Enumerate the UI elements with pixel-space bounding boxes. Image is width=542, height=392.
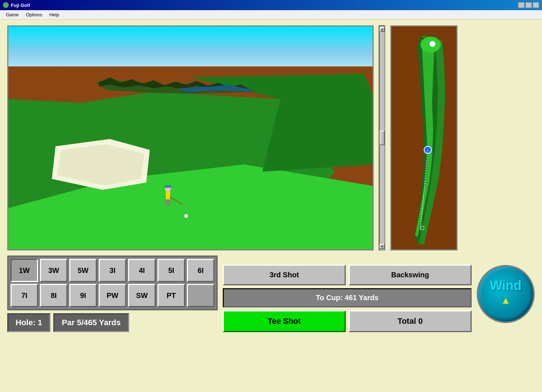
- club-sw[interactable]: SW: [128, 284, 156, 307]
- club-1w[interactable]: 1W: [11, 259, 38, 282]
- third-shot-button[interactable]: 3rd Shot: [223, 265, 346, 285]
- club-row-1: 1W 3W 5W 3I 4I 5I 6I: [11, 259, 214, 282]
- club-5i[interactable]: 5I: [157, 259, 185, 282]
- menu-game[interactable]: Game: [2, 11, 22, 19]
- wind-arrow-icon: ▲: [501, 295, 511, 306]
- hole-info-box: Hole: 1: [7, 313, 50, 332]
- game-viewport: [7, 25, 374, 250]
- club-7i[interactable]: 7I: [11, 284, 38, 307]
- svg-rect-25: [420, 226, 424, 230]
- vertical-scrollbar[interactable]: ▲ ▼: [379, 25, 385, 250]
- to-cup-display: To Cup: 461 Yards: [223, 288, 472, 307]
- par-info-box: Par 5/465 Yards: [53, 313, 129, 332]
- svg-point-22: [430, 41, 435, 47]
- close-button[interactable]: ×: [533, 2, 539, 8]
- backswing-button[interactable]: Backswing: [349, 265, 472, 285]
- wind-indicator: Wind ▲: [477, 265, 535, 323]
- scroll-down-arrow[interactable]: ▼: [379, 244, 385, 249]
- club-8i[interactable]: 8I: [40, 284, 67, 307]
- club-empty: [187, 284, 214, 307]
- wind-label: Wind: [490, 278, 522, 293]
- maximize-button[interactable]: □: [525, 2, 532, 8]
- club-3i[interactable]: 3I: [99, 259, 126, 282]
- club-5w[interactable]: 5W: [69, 259, 97, 282]
- left-bottom-panel: 1W 3W 5W 3I 4I 5I 6I 7I 8I 9I PW SW PT: [7, 256, 218, 332]
- svg-rect-13: [166, 199, 168, 206]
- club-pt[interactable]: PT: [157, 284, 185, 307]
- window-title: Fuji Golf: [11, 3, 30, 8]
- club-row-2: 7I 8I 9I PW SW PT: [11, 284, 214, 307]
- game-scene: [8, 26, 374, 250]
- tee-shot-button[interactable]: Tee Shot: [223, 310, 346, 332]
- menu-options[interactable]: Options: [22, 11, 46, 19]
- svg-rect-14: [168, 199, 170, 206]
- svg-point-16: [184, 214, 188, 218]
- menu-bar: Game Options Help: [0, 10, 542, 20]
- club-3w[interactable]: 3W: [40, 259, 67, 282]
- club-6i[interactable]: 6I: [187, 259, 214, 282]
- bottom-action-buttons: Tee Shot Total 0: [223, 310, 472, 332]
- club-grid: 1W 3W 5W 3I 4I 5I 6I 7I 8I 9I PW SW PT: [7, 256, 218, 310]
- top-area: ▲ ▼: [7, 25, 535, 250]
- hole-info-panel: Hole: 1 Par 5/465 Yards: [7, 313, 218, 332]
- window-controls[interactable]: _ □ ×: [518, 2, 539, 8]
- app-icon: [3, 2, 9, 8]
- svg-rect-10: [166, 192, 170, 200]
- svg-rect-12: [165, 185, 171, 188]
- minimap-svg: [391, 26, 457, 250]
- minimize-button[interactable]: _: [518, 2, 525, 8]
- club-9i[interactable]: 9I: [69, 284, 97, 307]
- club-4i[interactable]: 4I: [128, 259, 156, 282]
- main-content: ▲ ▼: [0, 20, 542, 338]
- minimap-panel: [390, 25, 457, 250]
- total-button[interactable]: Total 0: [349, 310, 472, 332]
- svg-rect-0: [8, 26, 374, 70]
- bottom-row: 1W 3W 5W 3I 4I 5I 6I 7I 8I 9I PW SW PT: [7, 256, 535, 332]
- scroll-up-arrow[interactable]: ▲: [379, 27, 385, 32]
- right-controls-panel: 3rd Shot Backswing To Cup: 461 Yards Tee…: [223, 265, 472, 332]
- title-bar: Fuji Golf _ □ ×: [0, 0, 542, 10]
- menu-help[interactable]: Help: [46, 11, 63, 19]
- club-pw[interactable]: PW: [99, 284, 126, 307]
- scroll-thumb[interactable]: [379, 131, 385, 145]
- top-action-buttons: 3rd Shot Backswing: [223, 265, 472, 285]
